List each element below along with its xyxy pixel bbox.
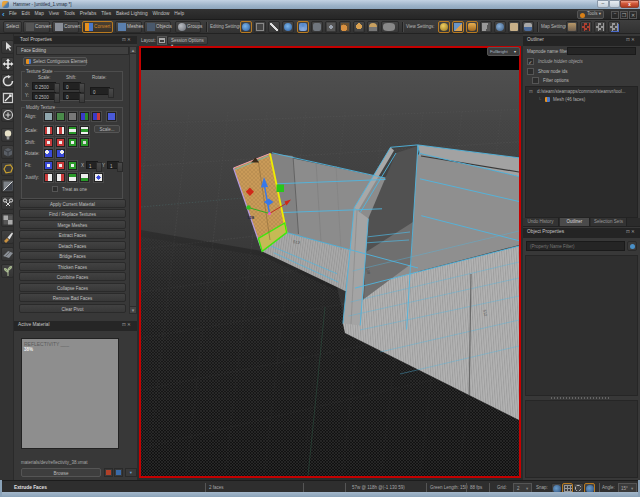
svg-text:128: 128 xyxy=(247,215,255,220)
